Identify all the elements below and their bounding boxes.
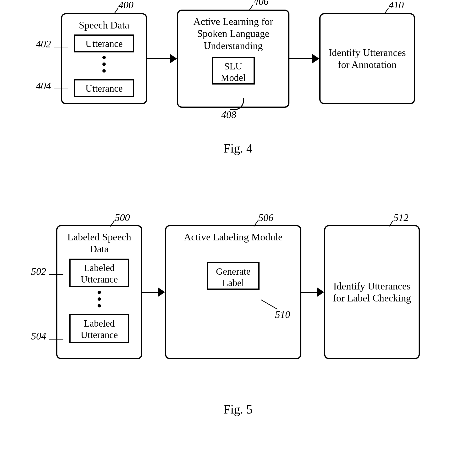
ref-502: 502	[31, 266, 46, 277]
speech-data-title: Speech Data	[79, 19, 129, 31]
leader-502	[49, 274, 63, 275]
identify-label-checking-title: Identify Utterances for Label Checking	[330, 280, 414, 304]
ref-506: 506	[258, 212, 273, 223]
ref-402: 402	[36, 38, 51, 50]
leader-404	[54, 89, 68, 89]
labeled-utterance-1: Labeled Utterance	[69, 258, 129, 287]
active-labeling-box: Active Labeling Module Generate Label	[165, 225, 301, 359]
figure-4-caption: Fig. 4	[12, 141, 464, 155]
ref-410: 410	[389, 0, 404, 11]
leader-504	[49, 339, 63, 340]
ref-400: 400	[119, 0, 134, 11]
ref-500: 500	[115, 212, 130, 223]
utterance-item-2: Utterance	[74, 79, 134, 97]
figure-5: Labeled Speech Data Labeled Utterance La…	[12, 225, 464, 416]
identify-label-checking-box: Identify Utterances for Label Checking	[324, 225, 420, 359]
ellipsis-icon	[102, 56, 106, 73]
figure-4: Speech Data Utterance Utterance 400 402 …	[12, 10, 464, 155]
active-learning-box: Active Learning for Spoken Language Unde…	[177, 10, 289, 108]
ref-512: 512	[393, 212, 408, 223]
leader-408	[230, 98, 244, 110]
utterance-item-1: Utterance	[74, 35, 134, 53]
labeled-utterance-2: Labeled Utterance	[69, 314, 129, 343]
fig4-flow: Speech Data Utterance Utterance 400 402 …	[12, 10, 464, 108]
ref-510: 510	[275, 309, 290, 320]
arrow-icon	[147, 54, 177, 63]
generate-label-box: Generate Label	[207, 262, 259, 290]
active-learning-title: Active Learning for Spoken Language Unde…	[183, 16, 283, 52]
ref-404: 404	[36, 80, 51, 92]
ref-406: 406	[254, 0, 269, 7]
leader-402	[54, 47, 68, 47]
active-labeling-title: Active Labeling Module	[184, 231, 283, 243]
labeled-speech-data-title: Labeled Speech Data	[62, 231, 136, 255]
arrow-icon	[301, 287, 324, 297]
slu-model-box: SLU Model	[212, 57, 255, 85]
ellipsis-icon	[98, 291, 101, 308]
fig5-flow: Labeled Speech Data Labeled Utterance La…	[12, 225, 464, 359]
arrow-icon	[289, 54, 319, 63]
labeled-speech-data-box: Labeled Speech Data Labeled Utterance La…	[56, 225, 142, 359]
ref-408: 408	[221, 109, 236, 120]
identify-annotation-box: Identify Utterances for Annotation	[319, 13, 415, 104]
figure-5-caption: Fig. 5	[12, 402, 464, 416]
identify-annotation-title: Identify Utterances for Annotation	[325, 47, 409, 71]
ref-504: 504	[31, 330, 46, 342]
arrow-icon	[142, 287, 165, 297]
speech-data-box: Speech Data Utterance Utterance	[61, 13, 147, 104]
